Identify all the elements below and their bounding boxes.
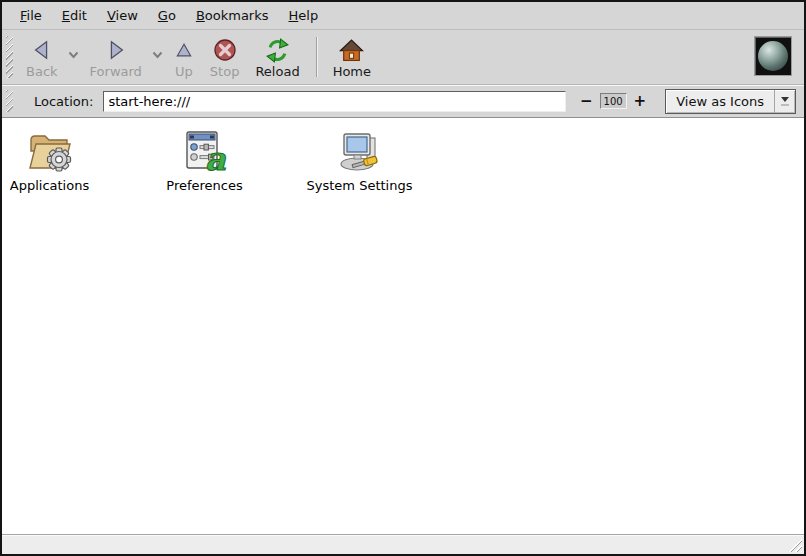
locationbar-drag-handle[interactable]	[6, 90, 13, 112]
menu-file[interactable]: File	[10, 4, 52, 27]
applications-folder-icon	[26, 127, 74, 175]
menu-edit[interactable]: Edit	[52, 4, 97, 27]
location-input[interactable]	[103, 91, 566, 112]
view-mode-dropdown[interactable]: View as Icons	[665, 89, 796, 114]
reload-button[interactable]: Reload	[247, 34, 307, 81]
menu-bookmarks[interactable]: Bookmarks	[186, 4, 279, 27]
zoom-out-button[interactable]: −	[576, 91, 597, 112]
menu-view[interactable]: View	[97, 4, 148, 27]
stop-icon	[213, 38, 237, 62]
up-button[interactable]: Up	[166, 34, 202, 81]
location-label: Location:	[34, 94, 93, 109]
home-label: Home	[333, 64, 371, 79]
back-history-dropdown[interactable]	[66, 41, 82, 69]
navigation-toolbar: Back Forward U	[2, 30, 804, 85]
zoom-in-button[interactable]: +	[630, 91, 651, 112]
preferences-label: Preferences	[166, 178, 242, 193]
back-arrow-icon	[31, 39, 53, 61]
applications-label: Applications	[10, 178, 89, 193]
menu-help[interactable]: Help	[279, 4, 329, 27]
menu-bar: File Edit View Go Bookmarks Help	[2, 2, 804, 30]
reload-label: Reload	[255, 64, 299, 79]
preferences-letter-glyph: a	[205, 140, 227, 175]
up-label: Up	[175, 64, 193, 79]
forward-history-dropdown[interactable]	[150, 41, 166, 69]
preferences-icon: a	[181, 127, 229, 175]
gear-icon	[47, 148, 70, 171]
stop-label: Stop	[210, 64, 240, 79]
throbber-frame	[754, 36, 792, 76]
globe-throbber-icon	[758, 41, 788, 71]
dropdown-arrow-icon	[774, 90, 795, 113]
location-bar: Location: − 100 + View as Icons	[2, 85, 804, 118]
preferences-item[interactable]: a Preferences	[127, 127, 282, 193]
back-button[interactable]: Back	[18, 34, 66, 81]
system-settings-icon	[336, 127, 384, 175]
toolbar-separator	[316, 37, 317, 77]
system-settings-item[interactable]: System Settings	[282, 127, 437, 193]
chevron-down-icon	[152, 51, 163, 59]
forward-label: Forward	[90, 64, 142, 79]
home-button[interactable]: Home	[325, 34, 379, 81]
reload-icon	[265, 38, 290, 63]
file-manager-window: File Edit View Go Bookmarks Help Back	[0, 0, 806, 556]
zoom-level-indicator[interactable]: 100	[600, 93, 627, 109]
back-label: Back	[26, 64, 58, 79]
forward-button[interactable]: Forward	[82, 34, 150, 81]
chevron-down-icon	[68, 51, 79, 59]
icon-view-pane: Applications a Preferences	[2, 118, 804, 534]
toolbar-drag-handle[interactable]	[6, 36, 13, 78]
up-arrow-icon	[174, 40, 194, 60]
icon-grid: Applications a Preferences	[2, 118, 804, 193]
forward-arrow-icon	[105, 39, 127, 61]
applications-item[interactable]: Applications	[2, 127, 127, 193]
home-icon	[339, 38, 364, 63]
resize-grip[interactable]	[787, 537, 802, 552]
stop-button[interactable]: Stop	[202, 34, 248, 81]
view-mode-label: View as Icons	[666, 90, 774, 113]
status-bar	[2, 534, 804, 554]
menu-go[interactable]: Go	[148, 4, 186, 27]
system-settings-label: System Settings	[307, 178, 413, 193]
